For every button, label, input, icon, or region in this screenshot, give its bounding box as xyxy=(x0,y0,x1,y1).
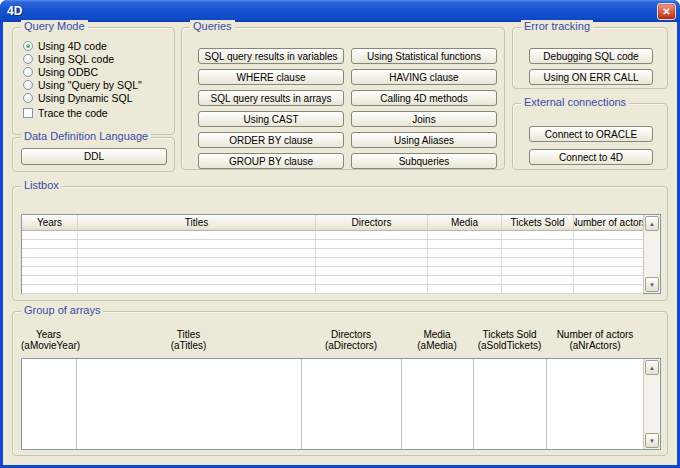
listbox-row[interactable] xyxy=(22,231,643,240)
group-data-definition-language: Data Definition Language DDL xyxy=(12,137,175,172)
listbox-cell xyxy=(22,267,78,276)
array-column-media[interactable] xyxy=(402,359,474,449)
button-order-by-clause[interactable]: ORDER BY clause xyxy=(198,132,344,148)
radio-using-odbc[interactable]: Using ODBC xyxy=(23,66,170,77)
button-debugging-sql-code[interactable]: Debugging SQL code xyxy=(529,48,653,64)
column-header-number-of-actors[interactable]: Number of actors xyxy=(574,215,643,231)
group-title: Listbox xyxy=(21,179,62,191)
listbox-row[interactable] xyxy=(22,249,643,258)
button-where-clause[interactable]: WHERE clause xyxy=(198,69,344,85)
array-column-tickets-sold[interactable] xyxy=(474,359,547,449)
array-column-directors[interactable] xyxy=(302,359,402,449)
listbox-row[interactable] xyxy=(22,285,643,294)
listbox-cell xyxy=(574,249,643,258)
button-group-by-clause[interactable]: GROUP BY clause xyxy=(198,153,344,169)
listbox-cell xyxy=(78,285,316,294)
button-sql-query-results-in-variables[interactable]: SQL query results in variables xyxy=(198,48,344,64)
close-button[interactable]: ✕ xyxy=(657,3,676,20)
listbox-cell xyxy=(428,258,502,267)
scroll-up-icon[interactable]: ▲ xyxy=(645,360,659,375)
listbox-cell xyxy=(22,258,78,267)
listbox-cell xyxy=(22,285,78,294)
listbox-row[interactable] xyxy=(22,267,643,276)
group-title: External connections xyxy=(521,96,629,108)
radio-icon xyxy=(23,41,33,51)
checkbox-trace-the-code[interactable]: Trace the code xyxy=(23,107,170,118)
radio-using-4d-code[interactable]: Using 4D code xyxy=(23,40,170,51)
ddl-button[interactable]: DDL xyxy=(21,148,167,165)
button-joins[interactable]: Joins xyxy=(351,111,497,127)
button-having-clause[interactable]: HAVING clause xyxy=(351,69,497,85)
button-calling-4d-methods[interactable]: Calling 4D methods xyxy=(351,90,497,106)
listbox-cell xyxy=(22,231,78,240)
radio-using-query-by-sql[interactable]: Using "Query by SQL" xyxy=(23,79,170,90)
group-title: Query Mode xyxy=(21,20,88,32)
scroll-down-icon[interactable]: ▼ xyxy=(645,277,659,292)
arrays-vertical-scrollbar[interactable]: ▲ ▼ xyxy=(643,359,660,449)
column-header-titles[interactable]: Titles xyxy=(78,215,316,231)
radio-using-dynamic-sql[interactable]: Using Dynamic SQL xyxy=(23,92,170,103)
listbox-cell xyxy=(22,276,78,285)
listbox-cell xyxy=(574,285,643,294)
queries-left-column: SQL query results in variables WHERE cla… xyxy=(198,48,344,169)
array-column-years[interactable] xyxy=(22,359,77,449)
listbox-cell xyxy=(428,240,502,249)
queries-right-column: Using Statistical functions HAVING claus… xyxy=(351,48,497,169)
array-column-titles[interactable] xyxy=(77,359,302,449)
listbox-cell xyxy=(502,240,574,249)
radio-label: Using "Query by SQL" xyxy=(38,79,142,91)
radio-label: Using SQL code xyxy=(38,53,114,65)
listbox-cell xyxy=(574,240,643,249)
group-error-tracking: Error tracking Debugging SQL code Using … xyxy=(512,27,668,89)
radio-using-sql-code[interactable]: Using SQL code xyxy=(23,53,170,64)
external-connections-buttons: Connect to ORACLE Connect to 4D xyxy=(529,126,653,165)
column-header-years[interactable]: Years xyxy=(22,215,78,231)
group-title: Error tracking xyxy=(521,20,593,32)
listbox-cell xyxy=(502,249,574,258)
listbox-cell xyxy=(428,249,502,258)
column-header-media[interactable]: Media xyxy=(428,215,502,231)
listbox-cell xyxy=(428,231,502,240)
scroll-up-icon[interactable]: ▲ xyxy=(645,216,659,231)
checkbox-label: Trace the code xyxy=(38,107,108,119)
column-header-tickets-sold[interactable]: Tickets Sold xyxy=(502,215,574,231)
array-column-number-of-actors[interactable] xyxy=(547,359,643,449)
listbox-vertical-scrollbar[interactable]: ▲ ▼ xyxy=(643,215,660,293)
listbox-cell xyxy=(316,231,428,240)
radio-icon xyxy=(23,93,33,103)
listbox-cell xyxy=(78,240,316,249)
scroll-down-icon[interactable]: ▼ xyxy=(645,433,659,448)
scrollbar-track[interactable] xyxy=(644,376,660,432)
listbox-row[interactable] xyxy=(22,240,643,249)
button-using-cast[interactable]: Using CAST xyxy=(198,111,344,127)
listbox-cell xyxy=(574,276,643,285)
arrays-headers: Years (aMovieYear) Titles (aTitles) Dire… xyxy=(21,329,644,351)
listbox-cell xyxy=(502,231,574,240)
listbox-row[interactable] xyxy=(22,258,643,267)
listbox-row[interactable] xyxy=(22,276,643,285)
radio-label: Using 4D code xyxy=(38,40,107,52)
button-connect-to-4d[interactable]: Connect to 4D xyxy=(529,149,653,165)
listbox-cell xyxy=(22,249,78,258)
listbox-body xyxy=(22,231,643,294)
group-title: Queries xyxy=(190,20,235,32)
column-header-directors[interactable]: Directors xyxy=(316,215,428,231)
listbox-cell xyxy=(316,267,428,276)
listbox-cell xyxy=(78,267,316,276)
button-using-statistical-functions[interactable]: Using Statistical functions xyxy=(351,48,497,64)
button-subqueries[interactable]: Subqueries xyxy=(351,153,497,169)
button-sql-query-results-in-arrays[interactable]: SQL query results in arrays xyxy=(198,90,344,106)
array-header-titles: Titles (aTitles) xyxy=(76,329,301,351)
listbox-cell xyxy=(78,276,316,285)
button-using-on-err-call[interactable]: Using ON ERR CALL xyxy=(529,69,653,85)
listbox-cell xyxy=(316,258,428,267)
scrollbar-track[interactable] xyxy=(644,232,660,276)
checkbox-icon xyxy=(23,108,33,118)
title-bar[interactable]: 4D ✕ xyxy=(0,0,680,22)
button-using-aliases[interactable]: Using Aliases xyxy=(351,132,497,148)
window-content: Query Mode Using 4D code Using SQL code … xyxy=(3,22,677,465)
listbox-cell xyxy=(78,231,316,240)
button-connect-to-oracle[interactable]: Connect to ORACLE xyxy=(529,126,653,142)
radio-icon xyxy=(23,67,33,77)
group-title: Data Definition Language xyxy=(21,130,151,142)
